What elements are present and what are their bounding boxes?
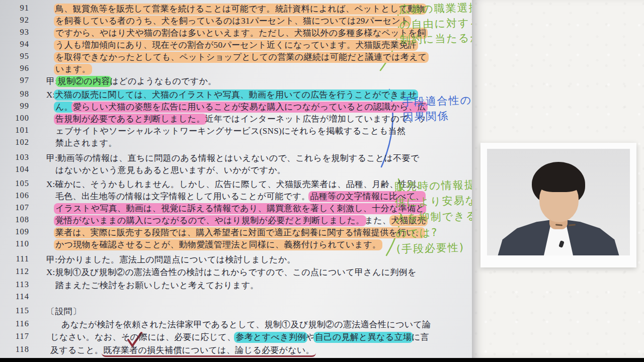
line-text: 甲:分かりました。憲法上の問題点については検討しましたか。	[46, 254, 296, 265]
doc-line: 117じなさい。なお、その際には、必要に応じて、参考とすべき判例や自己の見解と異…	[0, 331, 472, 343]
margin-note-line: の自由に対する	[399, 15, 482, 33]
presenter-head	[533, 162, 584, 224]
line-text: 〔設問〕	[46, 306, 81, 317]
line-number: 93	[0, 27, 29, 37]
line-number: 113	[0, 280, 29, 290]
line-number: 99	[0, 101, 29, 111]
line-text: います。	[55, 63, 91, 75]
doc-line: 118及すること。既存業者の損失補償については、論じる必要がない。	[0, 344, 472, 356]
line-text: X:犬猫の販売に関しては、犬猫のイラストや写真、動画を用いての広告を行うことがで…	[46, 89, 417, 101]
line-number: 109	[0, 227, 29, 237]
doc-line: 112X:規制①及び規制②の憲法適合性の検討はこれからですので、この点について甲…	[0, 266, 472, 279]
line-number: 95	[0, 51, 29, 61]
line-text: を取得できなかったとしても、ペットショップとしての営業の継続は可能だと議連では考…	[55, 51, 427, 63]
doc-line: 99ん。愛らしい犬猫の姿態を広告に用いることが安易な購入につながっているとの認識…	[0, 101, 472, 113]
line-number: 100	[0, 113, 29, 123]
document-page: 91鳥、観賞魚等を販売して営業を続けることは可能です。統計資料によれば、ペットと…	[0, 0, 472, 358]
line-number: 112	[0, 266, 29, 277]
line-number: 111	[0, 254, 29, 264]
line-number: 108	[0, 215, 29, 225]
doc-line: 104はないかという意見もあると思いますが、いかがですか。	[0, 164, 472, 176]
line-text: 毛色、出生地等の情報は文字情報として用いることが可能です。品種等の文字情報に比べ…	[55, 191, 424, 202]
doc-line: 115〔設問〕	[0, 306, 472, 318]
line-number: 115	[0, 306, 29, 316]
doc-line: 95を取得できなかったとしても、ペットショップとしての営業の継続は可能だと議連で…	[0, 51, 472, 63]
line-text: 禁止されます。	[55, 137, 117, 149]
letterbox-bar	[0, 358, 644, 362]
line-number: 102	[0, 137, 29, 147]
line-number: 92	[0, 15, 29, 25]
line-text: X:規制①及び規制②の憲法適合性の検討はこれからですので、この点について甲さんに…	[46, 266, 417, 278]
line-number: 104	[0, 164, 29, 174]
line-text: かつ現物を確認させることが、動物愛護管理法と同様に、義務付けられています。	[55, 239, 381, 250]
line-number: 97	[0, 75, 29, 85]
line-number: 101	[0, 125, 29, 135]
line-number: 118	[0, 344, 29, 354]
line-number: 103	[0, 152, 29, 162]
line-number: 91	[0, 3, 29, 13]
line-number: 116	[0, 319, 29, 329]
line-number: 106	[0, 191, 29, 201]
line-text: 業者は、実際に販売する段階では、購入希望者に対面で適正な飼養に関する情報提供を行…	[55, 227, 424, 238]
doc-line: 96います。	[0, 63, 472, 75]
line-number: 98	[0, 89, 29, 99]
doc-line: 103甲:動画等の情報は、直ちに問題のある情報とはいえないので、これらを規制する…	[0, 152, 472, 164]
line-number: 114	[0, 292, 29, 302]
line-text: 甲:動画等の情報は、直ちに問題のある情報とはいえないので、これらを規制することは…	[46, 152, 420, 164]
line-text: う人も増加傾向にあり、現在その割合が50パーセント近くになっています。犬猫販売業…	[55, 39, 417, 51]
webcam-overlay	[480, 143, 636, 267]
video-frame: 91鳥、観賞魚等を販売して営業を続けることは可能です。統計資料によれば、ペットと…	[0, 0, 644, 362]
doc-line: 102禁止されます。	[0, 137, 472, 149]
line-text: 及すること。既存業者の損失補償については、論じる必要がない。	[50, 344, 314, 356]
line-text: イラストや写真、動画は、視覚に訴える情報であり、購買意欲を著しく刺激し、十分な準…	[55, 203, 425, 214]
doc-line: 98X:犬猫の販売に関しては、犬猫のイラストや写真、動画を用いての広告を行うこと…	[0, 89, 472, 101]
line-text: を飼養している者のうち、犬を飼っているのは31パーセント、猫については29パーセ…	[55, 15, 410, 27]
doc-line: 97甲:規制②の内容はどのようなものですか。	[0, 75, 472, 87]
presenter-hair-fringe	[536, 176, 583, 192]
margin-note-occupational-freedom: 広義の職業選択の自由に対する制約に当たるか	[399, 0, 482, 47]
line-text: ェブサイトやソーシャルネットワーキングサービス(SNS)にそれらを掲載することも…	[55, 125, 406, 137]
line-text: ですから、やはり犬や猫の割合は多いといえます。ただし、犬猫以外の多種多様なペット…	[55, 27, 426, 39]
margin-note-line: 因果関係	[403, 108, 472, 125]
line-number: 110	[0, 239, 29, 249]
line-text: 覚悟がないままの購入につながるので、やはり規制が必要だと判断しました。また、犬猫…	[55, 215, 426, 226]
margin-note-line: 広義の職業選択	[399, 0, 481, 17]
doc-line: 114	[0, 292, 472, 304]
line-text: あなたが検討を依頼された法律家甲であるとして、規制①及び規制②の憲法適合性につい…	[61, 319, 431, 330]
line-text: ん。愛らしい犬猫の姿態を広告に用いることが安易な購入につながっているとの認識から…	[55, 101, 426, 113]
margin-note-means-suitability: 手段適合性の因果関係	[402, 93, 472, 125]
line-text: 鳥、観賞魚等を販売して営業を続けることは可能です。統計資料によれば、ペットとして…	[55, 3, 425, 15]
line-number: 107	[0, 203, 29, 213]
doc-line: 101ェブサイトやソーシャルネットワーキングサービス(SNS)にそれらを掲載する…	[0, 125, 472, 137]
doc-line: 113踏まえたご検討をお願いしたいと考えております。	[0, 280, 472, 292]
line-text: 踏まえたご検討をお願いしたいと考えております。	[55, 280, 259, 291]
line-number: 96	[0, 63, 29, 73]
presenter-video	[487, 149, 630, 255]
doc-line: 116あなたが検討を依頼された法律家甲であるとして、規制①及び規制②の憲法適合性…	[0, 319, 472, 331]
doc-line: 100告規制が必要であると判断しました。近年ではインターネット広告が増加していま…	[0, 113, 472, 125]
line-number: 94	[0, 39, 29, 49]
line-text: はないかという意見もあると思いますが、いかがですか。	[55, 164, 286, 176]
line-number: 117	[0, 331, 29, 341]
line-text: X:確かに、そうかもしれません。しかし、広告に際して、犬猫販売業者は、品種、月齢…	[46, 178, 424, 190]
margin-note-line: 手段適合性の	[402, 93, 472, 110]
line-number: 105	[0, 178, 29, 189]
line-text: じなさい。なお、その際には、必要に応じて、参考とすべき判例や自己の見解と異なる立…	[50, 331, 429, 343]
margin-note-line: 制約に当たるか	[399, 30, 482, 48]
line-text: 甲:規制②の内容はどのようなものですか。	[46, 75, 217, 87]
line-text: 告規制が必要であると判断しました。近年ではインターネット広告が増加していますので…	[55, 113, 426, 125]
